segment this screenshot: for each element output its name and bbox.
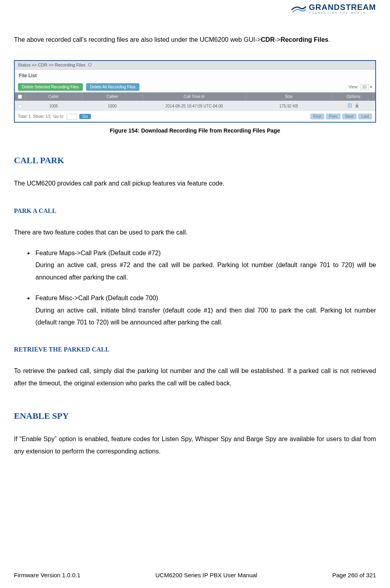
row-checkbox: [18, 104, 22, 108]
play-icon: [347, 103, 352, 108]
enable-spy-body: If “Enable Spy” option is enabled, featu…: [14, 433, 376, 457]
dropdown-icon: ▾: [370, 85, 372, 89]
goto-input: [67, 114, 77, 119]
col-size: Size: [246, 92, 331, 101]
download-icon: [355, 103, 359, 108]
select-all-checkbox: [18, 95, 22, 99]
cell-size: 175.92 KB: [246, 101, 331, 111]
refresh-icon: [88, 63, 92, 68]
delete-selected-button: Delete Selected Recording Files: [18, 83, 83, 91]
figure-toolbar: Delete Selected Recording Files Delete A…: [15, 82, 375, 92]
list-item-head: Feature Misc->Call Park (Default code 70…: [35, 295, 158, 301]
figure-caption: Figure 154: Download Recording File from…: [14, 127, 376, 134]
figure-footer: Total: 1 Show: 1/1 Go to: Go First Prev …: [15, 111, 375, 122]
intro-pre: The above recorded call's recording file…: [14, 36, 261, 43]
breadcrumb-text: Status >> CDR >> Recording Files: [18, 63, 85, 67]
retrieve-body: To retrieve the parked call, simply dial…: [14, 365, 376, 389]
pager-first: First: [310, 113, 324, 119]
list-item-body: During an active call, initiate blind tr…: [35, 307, 376, 326]
figure-recording-files: Status >> CDR >> Recording Files File Li…: [14, 60, 376, 123]
svg-rect-2: [350, 104, 351, 107]
intro-paragraph: The above recorded call's recording file…: [14, 34, 376, 46]
footer-total: Total: 1: [18, 114, 31, 119]
footer-left: Firmware Version 1.0.0.1: [14, 572, 80, 578]
heading-park-a-call: PARK A CALL: [14, 207, 376, 215]
list-item-body: During an active call, press #72 and the…: [35, 262, 376, 280]
col-caller: Caller: [25, 92, 82, 101]
table-row: 1005 1000 2014-08-25 18:47:09 UTC-04:00 …: [15, 101, 375, 111]
heading-retrieve: RETRIEVE THE PARKED CALL: [14, 346, 376, 353]
list-item: Feature Maps->Call Park (Default code #7…: [34, 247, 376, 283]
logo-brand-text: GRANDSTREAM: [309, 3, 376, 11]
list-item-head: Feature Maps->Call Park (Default code #7…: [35, 250, 161, 256]
delete-all-button: Delete All Recording Files: [86, 83, 140, 91]
heading-enable-spy: ENABLE SPY: [14, 411, 376, 421]
intro-bold-recfiles: Recording Files: [280, 36, 328, 43]
feature-code-list: Feature Maps->Call Park (Default code #7…: [14, 247, 376, 328]
heading-call-park: CALL PARK: [14, 155, 376, 166]
file-list-label: File List: [15, 70, 375, 82]
cell-callee: 1000: [82, 101, 142, 111]
logo-tagline: CONNECTING THE WORLD: [309, 12, 376, 15]
footer-show: Show: 1/1: [33, 114, 51, 119]
pager-last: Last: [358, 113, 372, 119]
svg-rect-0: [348, 104, 352, 107]
list-item: Feature Misc->Call Park (Default code 70…: [34, 292, 376, 328]
pager-next: Next: [342, 113, 357, 119]
footer-center: UCM6200 Series IP PBX User Manual: [155, 572, 257, 578]
recording-files-table: Caller Callee Call Time ⊘ Size Options 1…: [15, 92, 375, 111]
view-label: View:: [349, 85, 359, 89]
figure-breadcrumb: Status >> CDR >> Recording Files: [15, 61, 375, 70]
intro-post: .: [328, 36, 330, 43]
col-calltime: Call Time ⊘: [142, 92, 246, 101]
footer-goto-label: Go to:: [53, 114, 64, 119]
page-footer: Firmware Version 1.0.0.1 UCM6200 Series …: [14, 572, 376, 578]
col-callee: Callee: [82, 92, 142, 101]
cell-calltime: 2014-08-25 18:47:09 UTC-04:00: [142, 101, 246, 111]
view-value: 10: [360, 84, 368, 90]
park-a-call-intro: There are two feature codes that can be …: [14, 227, 376, 238]
logo-mark-icon: [291, 3, 306, 14]
svg-rect-1: [349, 104, 349, 107]
intro-sep: ->: [274, 36, 280, 43]
header-logo: GRANDSTREAM CONNECTING THE WORLD: [14, 0, 376, 17]
call-park-intro: The UCM6200 provides call park and call …: [14, 178, 376, 189]
view-selector: View: 10 ▾: [349, 84, 372, 90]
cell-caller: 1005: [25, 101, 82, 111]
pager-prev: Prev: [326, 113, 341, 119]
intro-bold-cdr: CDR: [261, 36, 275, 43]
brand-logo: GRANDSTREAM CONNECTING THE WORLD: [291, 3, 376, 15]
col-options: Options: [331, 92, 375, 101]
footer-right: Page 260 of 321: [332, 572, 376, 578]
go-button: Go: [79, 114, 91, 119]
